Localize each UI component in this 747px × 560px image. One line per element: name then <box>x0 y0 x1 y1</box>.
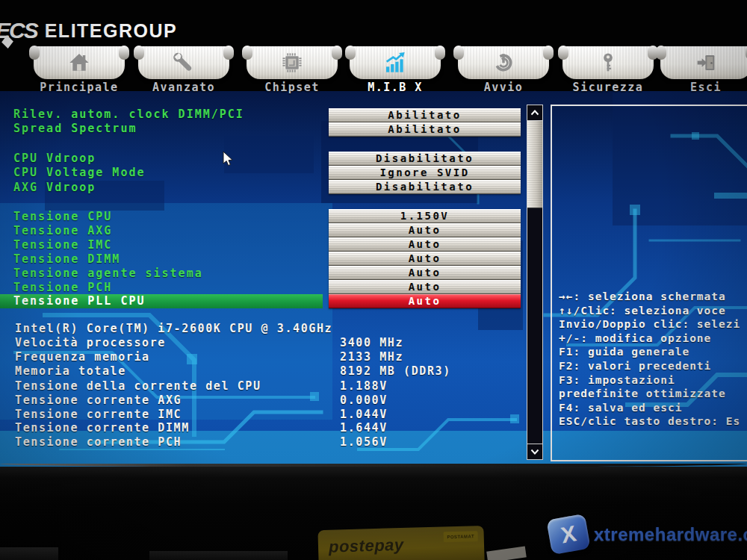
chip-icon <box>280 51 304 75</box>
value-button-cpu-voltage-mode[interactable]: Ignore SVID <box>329 166 521 180</box>
tab-mibx-button[interactable] <box>350 46 441 79</box>
chevron-up-icon <box>530 110 539 116</box>
desk-object <box>149 551 288 560</box>
info-value-tensione-corrente-axg: 0.000V <box>340 393 388 407</box>
info-label-freq-memoria: Frequenza memoria <box>15 350 150 364</box>
help-line: +/-: modifica opzione <box>559 332 747 346</box>
tab-avanzato-button[interactable] <box>138 46 229 79</box>
tab-esci[interactable]: Esci <box>660 46 747 93</box>
help-line: F1: guida generale <box>559 345 747 359</box>
scrollbar-up-button[interactable] <box>527 105 542 121</box>
setting-label-tensione-imc[interactable]: Tensione IMC <box>13 238 112 252</box>
tab-avanzato-label: Avanzato <box>131 81 237 94</box>
info-label-tensione-corrente-dimm: Tensione corrente DIMM <box>15 421 190 435</box>
tab-esci-label: Esci <box>653 81 747 94</box>
power-icon <box>492 51 515 75</box>
help-line: F3: impostazioni <box>559 373 747 388</box>
info-value-freq-memoria: 2133 MHz <box>340 350 403 364</box>
setting-label-cpu-voltage-mode[interactable]: CPU Voltage Mode <box>13 166 146 180</box>
value-button-tensione-imc[interactable]: Auto <box>329 237 521 252</box>
help-line: ↑↓/Clic: seleziona voce <box>559 304 747 318</box>
tab-chipset[interactable]: Chipset <box>247 46 338 93</box>
scrollbar-down-button[interactable] <box>527 444 542 459</box>
bios-screen-photo: ECS ELITEGROUP Principale Avanzato <box>0 0 747 560</box>
help-text: →←: seleziona schermata ↑↓/Clic: selezio… <box>559 290 747 429</box>
tab-principale[interactable]: Principale <box>34 46 125 93</box>
tab-principale-button[interactable] <box>34 46 125 79</box>
help-line: F2: valori precedenti <box>559 359 747 373</box>
wrench-icon <box>172 51 196 75</box>
ecs-logo: ECS <box>0 18 37 43</box>
setting-label-tensione-cpu[interactable]: Tensione CPU <box>13 210 112 224</box>
tab-sicurezza-button[interactable] <box>562 46 654 79</box>
tab-chipset-button[interactable] <box>247 46 338 79</box>
value-button-tensione-pch[interactable]: Auto <box>329 280 521 294</box>
tab-avanzato[interactable]: Avanzato <box>138 46 229 93</box>
info-value-tensione-corrente-cpu: 1.188V <box>340 379 388 393</box>
tab-sicurezza[interactable]: Sicurezza <box>562 46 654 93</box>
postepay-card: postepay POSTAMAT <box>317 526 484 560</box>
brand-header: ECS ELITEGROUP <box>0 18 177 43</box>
desk-object <box>0 547 58 560</box>
help-line: F4: salva ed esci <box>559 401 747 415</box>
tab-chipset-label: Chipset <box>239 81 345 94</box>
chevron-down-icon <box>530 449 539 455</box>
tab-principale-label: Principale <box>26 81 132 94</box>
help-line: predefinite ottimizzate <box>559 387 747 401</box>
setting-label-tensione-agente-sistema[interactable]: Tensione agente sistema <box>13 267 203 281</box>
help-line: Invio/Doppio clic: selezi <box>559 317 747 332</box>
info-label-memoria-totale: Memoria totale <box>15 364 126 378</box>
setting-label-rilev-autom-clock[interactable]: Rilev. autom. clock DIMM/PCI <box>13 108 244 122</box>
info-value-tensione-corrente-dimm: 1.644V <box>340 421 388 435</box>
info-label-tensione-corrente-axg: Tensione corrente AXG <box>15 393 182 407</box>
help-line: ESC/clic tasto destro: Es <box>559 414 747 429</box>
xtremehardware-x-icon: X <box>546 514 590 555</box>
tab-avvio-label: Avvio <box>450 81 557 94</box>
value-button-spread-spectrum[interactable]: Abilitato <box>329 122 521 137</box>
tab-avvio[interactable]: Avvio <box>458 46 549 93</box>
value-button-rilev-autom-clock[interactable]: Abilitato <box>329 108 521 122</box>
brand-name: ELITEGROUP <box>45 20 178 42</box>
setting-label-cpu-vdroop[interactable]: CPU Vdroop <box>13 152 96 166</box>
info-value-tensione-corrente-imc: 1.044V <box>340 408 388 421</box>
info-label-tensione-corrente-imc: Tensione corrente IMC <box>15 408 182 421</box>
watermark-text: xtremehardware.com <box>594 524 747 545</box>
tab-mibx[interactable]: M.I.B X <box>350 46 441 93</box>
setting-label-axg-vdroop[interactable]: AXG Vdroop <box>13 181 96 195</box>
cpu-title: Intel(R) Core(TM) i7-2600K CPU @ 3.40GHz <box>15 322 332 335</box>
key-icon <box>596 51 620 75</box>
info-label-tensione-corrente-cpu: Tensione della corrente del CPU <box>15 379 261 393</box>
help-line: →←: seleziona schermata <box>559 290 747 304</box>
watermark: X xtremehardware.com <box>549 517 747 552</box>
mouse-cursor <box>223 152 235 168</box>
info-label-tensione-corrente-pch: Tensione corrente PCH <box>15 435 182 449</box>
scrollbar-thumb[interactable] <box>527 121 542 208</box>
value-button-tensione-pll-cpu-selected[interactable]: Auto <box>329 294 521 308</box>
value-button-axg-vdroop[interactable]: Disabilitato <box>329 180 521 194</box>
setting-label-tensione-axg[interactable]: Tensione AXG <box>13 224 112 238</box>
setting-label-tensione-pch[interactable]: Tensione PCH <box>13 281 112 295</box>
info-value-memoria-totale: 8192 MB (DDR3) <box>340 364 451 378</box>
value-button-cpu-vdroop[interactable]: Disabilitato <box>329 152 521 166</box>
exit-icon <box>694 51 718 75</box>
tab-sicurezza-label: Sicurezza <box>555 81 661 94</box>
postamat-badge: POSTAMAT <box>444 531 478 542</box>
home-icon <box>67 51 91 75</box>
value-button-tensione-dimm[interactable]: Auto <box>329 252 521 266</box>
tab-avvio-button[interactable] <box>458 46 549 79</box>
postepay-card-text: postepay <box>329 535 404 557</box>
tab-esci-button[interactable] <box>660 46 747 79</box>
setting-label-tensione-pll-cpu-selected[interactable]: Tensione PLL CPU <box>0 294 323 308</box>
info-value-velocita: 3400 MHz <box>340 336 403 349</box>
value-button-tensione-cpu[interactable]: 1.150V <box>329 209 521 223</box>
value-button-tensione-agente-sistema[interactable]: Auto <box>329 266 521 280</box>
info-value-tensione-corrente-pch: 1.056V <box>340 435 388 449</box>
tab-mibx-label: M.I.B X <box>342 81 448 94</box>
setting-label-tensione-dimm[interactable]: Tensione DIMM <box>13 252 120 267</box>
setting-label-spread-spectrum[interactable]: Spread Spectrum <box>13 122 137 136</box>
chart-icon <box>383 51 407 75</box>
scrollbar[interactable] <box>527 105 543 460</box>
value-button-tensione-axg[interactable]: Auto <box>329 223 521 237</box>
info-label-velocita: Velocità processore <box>15 336 166 349</box>
